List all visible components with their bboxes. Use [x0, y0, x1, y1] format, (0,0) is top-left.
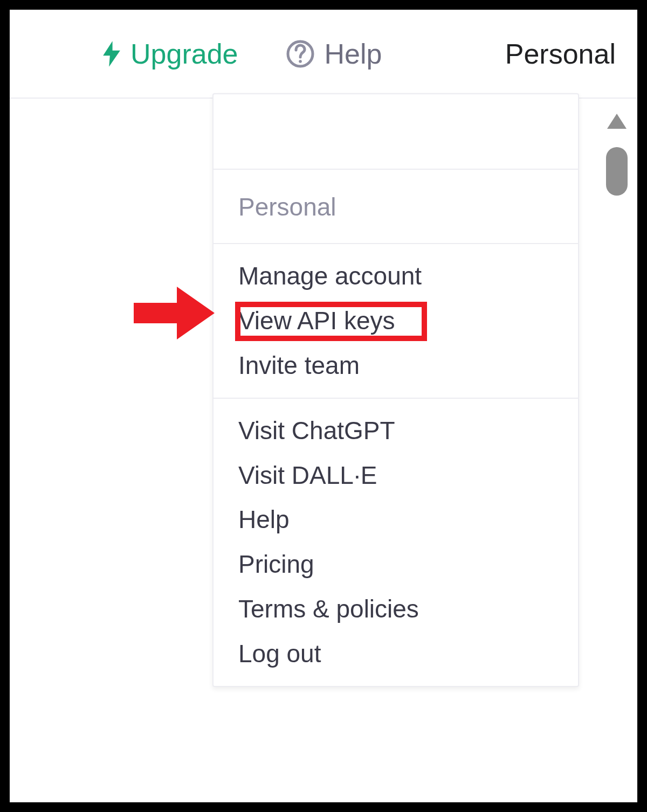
menu-item-label: Log out [238, 640, 321, 668]
menu-item-visit-chatgpt[interactable]: Visit ChatGPT [214, 408, 578, 453]
menu-item-view-api-keys[interactable]: View API keys [214, 299, 578, 343]
personal-menu-trigger[interactable]: Personal [505, 38, 616, 70]
annotation-arrow-icon [134, 283, 215, 345]
menu-item-label: View API keys [238, 307, 395, 335]
menu-item-help[interactable]: Help [214, 497, 578, 542]
menu-item-manage-account[interactable]: Manage account [214, 254, 578, 299]
dropdown-spacer [214, 94, 578, 170]
scrollbar-up-arrow-icon[interactable] [607, 114, 627, 129]
top-header: Upgrade Help Personal [10, 10, 637, 99]
app-frame: Upgrade Help Personal Personal Manage ac… [10, 10, 637, 802]
menu-item-label: Terms & policies [238, 595, 419, 623]
menu-item-invite-team[interactable]: Invite team [214, 343, 578, 388]
svg-point-1 [299, 60, 302, 63]
dropdown-section-label: Personal [214, 170, 578, 244]
menu-item-logout[interactable]: Log out [214, 631, 578, 676]
bolt-icon [101, 41, 122, 67]
menu-item-pricing[interactable]: Pricing [214, 542, 578, 587]
help-button[interactable]: Help [286, 38, 382, 70]
scrollbar-thumb[interactable] [606, 147, 628, 196]
question-circle-icon [286, 40, 314, 68]
dropdown-group-links: Visit ChatGPT Visit DALL·E Help Pricing … [214, 399, 578, 686]
account-dropdown: Personal Manage account View API keys In… [212, 93, 579, 687]
help-label: Help [324, 38, 382, 70]
upgrade-label: Upgrade [130, 38, 238, 70]
menu-item-label: Invite team [238, 351, 360, 379]
personal-label: Personal [505, 38, 616, 70]
menu-item-visit-dalle[interactable]: Visit DALL·E [214, 453, 578, 498]
upgrade-button[interactable]: Upgrade [101, 38, 238, 70]
menu-item-label: Visit DALL·E [238, 461, 377, 489]
menu-item-label: Help [238, 505, 290, 533]
dropdown-group-account: Manage account View API keys Invite team [214, 244, 578, 399]
menu-item-label: Pricing [238, 550, 314, 578]
menu-item-terms[interactable]: Terms & policies [214, 587, 578, 631]
menu-item-label: Visit ChatGPT [238, 417, 395, 445]
menu-item-label: Manage account [238, 262, 422, 290]
